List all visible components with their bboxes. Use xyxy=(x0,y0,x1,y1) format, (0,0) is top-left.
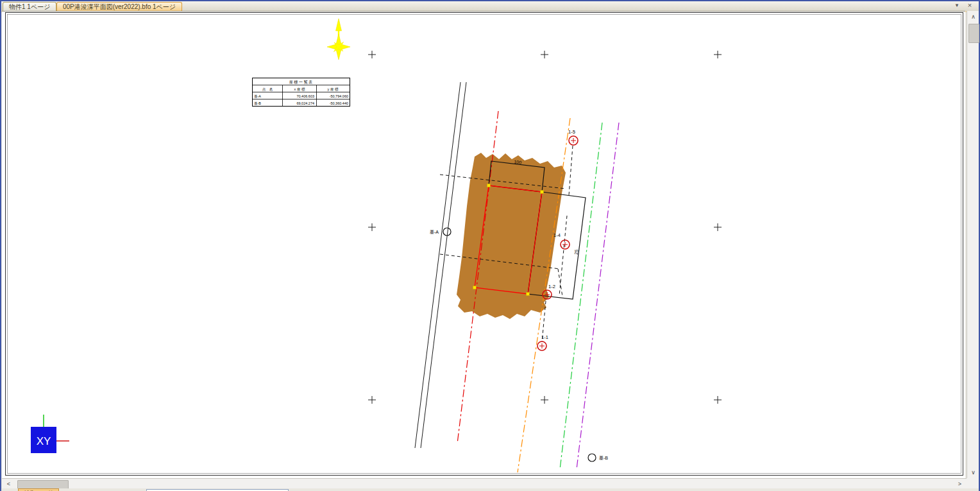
bottom-tab-edit-mode[interactable]: 編集モード xyxy=(18,488,59,491)
quay-wall-lines xyxy=(415,82,466,448)
boundary-line-green xyxy=(560,123,602,469)
point-label: 基-B xyxy=(599,456,608,460)
survey-point-1-5: 1-5 xyxy=(568,129,578,145)
vertical-scrollbar[interactable]: ∧ ∨ xyxy=(967,11,979,479)
xy-axis-icon: XY xyxy=(31,415,69,453)
table-col-x: x 座 標 xyxy=(294,87,305,92)
table-row-y: -50,360.440 xyxy=(330,101,348,105)
tab-list-dropdown-icon[interactable]: ▾ xyxy=(952,1,962,10)
table-title: 座 標 一 覧 表 xyxy=(289,80,313,85)
point-label: 基-A xyxy=(430,230,439,234)
north-arrow-icon xyxy=(327,19,350,60)
cad-drawing-canvas[interactable]: 座 標 一 覧 表 点 名 x 座 標 y 座 標 基-A 70,406.603… xyxy=(2,11,965,479)
point-label: 1-1 xyxy=(541,334,548,340)
dimension-label-top: 100 xyxy=(514,159,522,164)
table-row-x: 69,024.274 xyxy=(296,101,314,105)
scrollbar-corner xyxy=(967,478,979,488)
axis-label: XY xyxy=(37,435,51,447)
table-row-x: 70,406.603 xyxy=(296,94,314,98)
bottom-tab-strip: 編集モード xyxy=(1,488,979,491)
base-point-B: 基-B xyxy=(588,454,608,461)
dimension-label-side: 25 xyxy=(574,249,579,255)
point-label: 1-2 xyxy=(548,284,555,289)
dredge-area-fill xyxy=(457,153,566,319)
scroll-down-icon[interactable]: ∨ xyxy=(968,467,979,478)
table-row-y: -50,794.060 xyxy=(330,94,348,98)
table-col-y: y 座 標 xyxy=(328,87,339,92)
tab-dredging-plan[interactable]: 00P港浚渫平面図(ver2022).bfo 1ページ xyxy=(56,2,182,11)
scroll-left-icon[interactable]: < xyxy=(3,479,14,488)
scroll-right-icon[interactable]: > xyxy=(954,479,965,488)
horizontal-scrollbar-thumb[interactable] xyxy=(17,480,69,489)
close-icon[interactable]: × xyxy=(965,1,975,10)
point-label: 1-4 xyxy=(553,232,561,238)
table-col-name: 点 名 xyxy=(262,87,273,91)
scroll-up-icon[interactable]: ∧ xyxy=(968,12,979,22)
boundary-line-purple xyxy=(577,123,619,469)
table-row-name: 基-B xyxy=(254,101,261,105)
horizontal-scrollbar[interactable]: < > xyxy=(2,478,967,488)
survey-point-1-4: 1-4 xyxy=(553,232,570,249)
vertical-scrollbar-thumb[interactable] xyxy=(968,24,979,43)
point-label: 1-5 xyxy=(568,129,575,135)
tab-bukken1[interactable]: 物件1 1ページ xyxy=(3,2,56,11)
table-row-name: 基-A xyxy=(254,94,261,98)
coordinate-table: 座 標 一 覧 表 点 名 x 座 標 y 座 標 基-A 70,406.603… xyxy=(253,78,350,107)
survey-point-1-1: 1-1 xyxy=(537,334,548,350)
